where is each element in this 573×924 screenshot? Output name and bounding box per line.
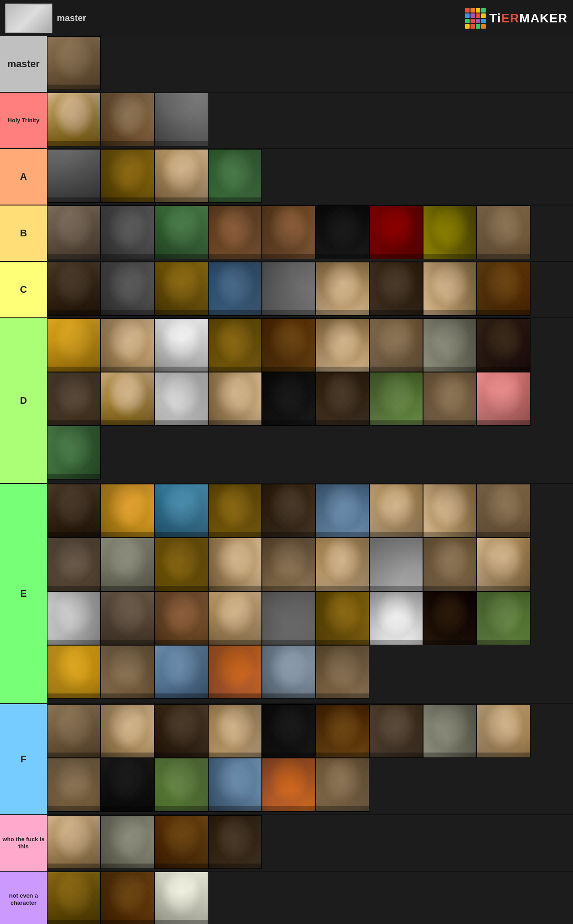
tier-item-wtf-0[interactable]: Unknown female bbox=[47, 815, 101, 869]
tier-item-e-23[interactable]: Desert creature bbox=[316, 591, 369, 645]
tier-item-wtf-2[interactable]: Alien wtf bbox=[154, 815, 208, 869]
tier-item-b-1[interactable]: Count Dooku bbox=[101, 205, 154, 259]
tier-item-e-27[interactable]: Gold head alien bbox=[47, 645, 101, 699]
tier-item-b-4[interactable]: Lando Classic bbox=[262, 205, 316, 259]
tier-item-master-0[interactable]: Palpatine bbox=[47, 36, 101, 90]
tier-item-d-16[interactable]: Weequay bbox=[423, 372, 477, 426]
tier-item-d-6[interactable]: Beak Alien bbox=[369, 318, 423, 372]
tier-item-e-2[interactable]: Twi'lek bbox=[154, 484, 208, 538]
tier-item-f-1[interactable]: Poe bbox=[101, 704, 154, 758]
tier-item-d-9[interactable]: Guerrilla female bbox=[47, 372, 101, 426]
tier-item-e-13[interactable]: Vehicle droid bbox=[262, 538, 316, 591]
tier-item-d-18[interactable]: Green alien bbox=[47, 426, 101, 479]
tier-item-d-14[interactable]: Black male bbox=[316, 372, 369, 426]
tier-item-e-0[interactable]: Saw Gerrera bbox=[47, 484, 101, 538]
tier-item-e-31[interactable]: Helmet pilot bbox=[262, 645, 316, 699]
tier-item-e-9[interactable]: Alien creature bbox=[47, 538, 101, 591]
tier-item-d-12[interactable]: Jedi woman bbox=[208, 372, 262, 426]
tier-item-e-26[interactable]: Old alien bbox=[477, 591, 530, 645]
tier-item-e-4[interactable]: Finn like bbox=[262, 484, 316, 538]
tier-item-notchar-2[interactable]: Fluffy creature bbox=[154, 872, 208, 924]
tier-item-wtf-3[interactable]: Cloaked wtf bbox=[208, 815, 262, 869]
tier-item-e-22[interactable]: Droid legs bbox=[262, 591, 316, 645]
tier-item-d-5[interactable]: Ezra bbox=[316, 318, 369, 372]
tier-item-f-12[interactable]: Masked alien bbox=[208, 758, 262, 812]
tier-item-holy-2[interactable]: General Grievous bbox=[154, 93, 208, 146]
tier-item-a-3[interactable]: Yoda bbox=[208, 149, 262, 203]
tier-item-d-4[interactable]: Rancor bbox=[262, 318, 316, 372]
tier-item-f-8[interactable]: Old Han female bbox=[477, 704, 530, 758]
tier-item-e-18[interactable]: Pale alien bbox=[47, 591, 101, 645]
tier-item-a-2[interactable]: Luke Skywalker bbox=[154, 149, 208, 203]
tier-item-notchar-0[interactable]: Creature1 bbox=[47, 872, 101, 924]
tier-item-c-7[interactable]: Female char bbox=[423, 262, 477, 316]
tier-item-e-24[interactable]: Ahsoka old bbox=[369, 591, 423, 645]
tier-item-f-7[interactable]: Old Leia bbox=[423, 704, 477, 758]
tier-item-notchar-1[interactable]: Creature2 bbox=[101, 872, 154, 924]
tier-item-e-10[interactable]: Old man bbox=[101, 538, 154, 591]
tier-item-a-1[interactable]: Han Solo bbox=[101, 149, 154, 203]
tier-item-d-2[interactable]: Krennic bbox=[154, 318, 208, 372]
tier-item-d-10[interactable]: Obi-Wan Kenobi bbox=[101, 372, 154, 426]
tier-item-c-8[interactable]: Savage bbox=[477, 262, 530, 316]
tier-item-e-32[interactable]: Older female bbox=[316, 645, 369, 699]
tier-item-d-3[interactable]: Maz bbox=[208, 318, 262, 372]
tier-item-e-1[interactable]: BB-8 bbox=[101, 484, 154, 538]
tier-item-e-5[interactable]: Watto bbox=[316, 484, 369, 538]
tier-item-f-2[interactable]: Finn bbox=[154, 704, 208, 758]
tier-item-b-2[interactable]: Boba Fett bbox=[154, 205, 208, 259]
tier-item-e-7[interactable]: Cumberbatch bbox=[423, 484, 477, 538]
tier-item-c-3[interactable]: R2D2 bbox=[208, 262, 262, 316]
tier-item-e-25[interactable]: Wookie like bbox=[423, 591, 477, 645]
tier-item-e-17[interactable]: Old woman bbox=[477, 538, 530, 591]
tier-item-d-11[interactable]: Clone Trooper bbox=[154, 372, 208, 426]
tier-item-wtf-1[interactable]: Unknown bald bbox=[101, 815, 154, 869]
tier-item-b-8[interactable]: Snoke bbox=[477, 205, 530, 259]
tier-item-b-3[interactable]: Lando Young bbox=[208, 205, 262, 259]
tier-item-holy-1[interactable]: Anakin bbox=[101, 93, 154, 146]
tier-item-d-1[interactable]: Leia bbox=[101, 318, 154, 372]
tier-item-e-14[interactable]: Injured man bbox=[316, 538, 369, 591]
tier-item-e-20[interactable]: Tentacle creature bbox=[154, 591, 208, 645]
tier-item-c-5[interactable]: Padme bbox=[316, 262, 369, 316]
tier-item-e-15[interactable]: Small alien head bbox=[369, 538, 423, 591]
tier-item-f-4[interactable]: Kylo Ren bbox=[262, 704, 316, 758]
tier-item-d-17[interactable]: Pink alien bbox=[477, 372, 530, 426]
tier-item-f-3[interactable]: Rey bbox=[208, 704, 262, 758]
tier-item-b-5[interactable]: Darth Vader bbox=[316, 205, 369, 259]
tier-item-e-21[interactable]: Male 2 bbox=[208, 591, 262, 645]
tier-item-d-13[interactable]: Probe Droid bbox=[262, 372, 316, 426]
tier-item-e-19[interactable]: Masked bbox=[101, 591, 154, 645]
tier-item-c-1[interactable]: Count Dooku2 bbox=[101, 262, 154, 316]
tier-item-a-0[interactable]: Palpatine Young bbox=[47, 149, 101, 203]
tier-item-e-11[interactable]: Small creature bbox=[154, 538, 208, 591]
tier-item-c-4[interactable]: Mandalorian bbox=[262, 262, 316, 316]
tier-item-e-29[interactable]: Ahsoka young bbox=[154, 645, 208, 699]
tier-item-c-2[interactable]: Chewbacca bbox=[154, 262, 208, 316]
tier-item-b-6[interactable]: Darth Maul bbox=[369, 205, 423, 259]
tier-item-e-28[interactable]: Crown alien bbox=[101, 645, 154, 699]
tier-item-e-12[interactable]: Young Anakin bbox=[208, 538, 262, 591]
tier-item-b-7[interactable]: Jabba bbox=[423, 205, 477, 259]
tier-item-c-0[interactable]: Mace Windu bbox=[47, 262, 101, 316]
tier-item-f-6[interactable]: Jyn Erso bbox=[369, 704, 423, 758]
tier-item-d-15[interactable]: Alien face bbox=[369, 372, 423, 426]
tier-item-d-8[interactable]: Dark female bbox=[477, 318, 530, 372]
tier-item-d-0[interactable]: C-3PO bbox=[47, 318, 101, 372]
tier-item-e-3[interactable]: Furry alien bbox=[208, 484, 262, 538]
tier-item-e-30[interactable]: Droid orange bbox=[208, 645, 262, 699]
tier-item-e-8[interactable]: Alien guard bbox=[477, 484, 530, 538]
tier-item-f-10[interactable]: Dark helmet bbox=[101, 758, 154, 812]
tier-item-f-9[interactable]: Old Luke bbox=[47, 758, 101, 812]
tier-item-f-13[interactable]: Goggle dude bbox=[262, 758, 316, 812]
tier-item-d-7[interactable]: Tarkin bbox=[423, 318, 477, 372]
tier-item-c-6[interactable]: Hera bbox=[369, 262, 423, 316]
tier-item-f-0[interactable]: Alien goggles bbox=[47, 704, 101, 758]
tier-item-b-0[interactable]: Bail Organa bbox=[47, 205, 101, 259]
tier-item-holy-0[interactable]: Obi-Wan bbox=[47, 93, 101, 146]
tier-item-f-11[interactable]: Alien F2 bbox=[154, 758, 208, 812]
tier-item-e-16[interactable]: Rugged male bbox=[423, 538, 477, 591]
tier-item-f-5[interactable]: Saw Gerrera2 bbox=[316, 704, 369, 758]
tier-item-f-14[interactable]: Rough face bbox=[316, 758, 369, 812]
tier-item-e-6[interactable]: Male human bbox=[369, 484, 423, 538]
